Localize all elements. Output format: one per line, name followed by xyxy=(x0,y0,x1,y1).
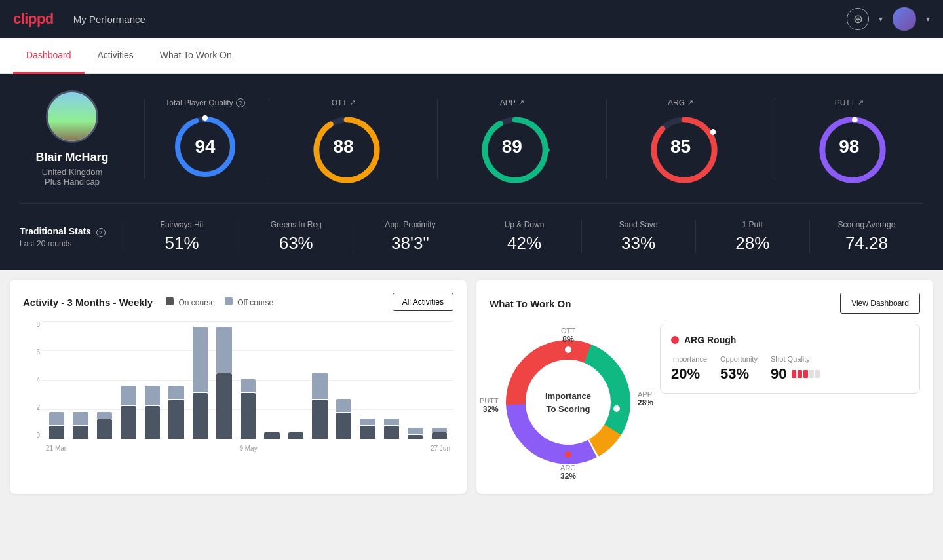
chart-body: 8 6 4 2 0 21 Mar 9 May 27 Jun xyxy=(23,321,453,452)
on-course-bar xyxy=(432,432,447,439)
app-label-outer: APP 28% xyxy=(638,390,653,407)
header-title: My Performance xyxy=(73,14,145,25)
off-course-bar xyxy=(384,419,399,425)
total-quality-value: 94 xyxy=(195,136,215,157)
on-course-bar xyxy=(49,426,64,439)
svg-point-13 xyxy=(852,117,858,122)
stats-label-block: Traditional Stats ? Last 20 rounds xyxy=(20,226,125,248)
traditional-stats: Traditional Stats ? Last 20 rounds Fairw… xyxy=(20,220,923,253)
on-course-bar xyxy=(241,393,256,439)
off-course-bar xyxy=(145,386,160,405)
stat-greens: Greens In Reg 63% xyxy=(239,220,353,253)
off-course-bar xyxy=(241,379,256,392)
all-activities-button[interactable]: All Activities xyxy=(393,293,453,311)
on-course-bar xyxy=(145,406,160,439)
on-course-bar xyxy=(312,400,327,439)
x-label-jun: 27 Jun xyxy=(431,445,450,452)
stat-scoring: Scoring Average 74.28 xyxy=(809,220,923,253)
arg-gauge: 85 xyxy=(648,114,714,179)
off-course-bar xyxy=(408,428,423,434)
stat-updown: Up & Down 42% xyxy=(467,220,581,253)
svg-point-2 xyxy=(202,115,208,121)
detail-importance: Importance 20% xyxy=(671,355,707,383)
quality-bars xyxy=(792,370,820,378)
activity-panel-header: Activity - 3 Months - Weekly On course O… xyxy=(23,293,453,311)
total-quality-gauge: 94 xyxy=(172,114,238,179)
app-value: 89 xyxy=(502,136,522,157)
legend-on-course: On course xyxy=(166,297,215,307)
qbar-2 xyxy=(798,370,802,378)
off-course-bar xyxy=(49,412,64,425)
stats-title: Traditional Stats ? xyxy=(20,226,125,237)
off-course-bar xyxy=(121,386,136,405)
bar-group-9 xyxy=(261,321,282,439)
wtwo-panel-header: What To Work On View Dashboard xyxy=(490,293,920,314)
bar-group-14 xyxy=(381,321,402,439)
off-course-bar xyxy=(360,419,375,425)
off-course-bar xyxy=(312,373,327,399)
metric-arg: ARG ↗ 85 xyxy=(606,98,755,179)
bar-group-3 xyxy=(117,321,139,439)
qbar-5 xyxy=(815,370,820,378)
donut-center: Importance To Scoring xyxy=(545,390,591,415)
grid-line-0 xyxy=(43,439,453,439)
wtwo-title: What To Work On xyxy=(490,298,571,309)
bar-group-2 xyxy=(94,321,115,439)
off-course-bar xyxy=(216,327,231,373)
bar-group-16 xyxy=(429,321,450,439)
total-quality-help[interactable]: ? xyxy=(236,98,245,107)
detail-quality: Shot Quality 90 xyxy=(771,355,820,383)
bar-group-4 xyxy=(142,321,163,439)
tab-dashboard[interactable]: Dashboard xyxy=(13,38,85,74)
svg-point-21 xyxy=(565,451,571,458)
player-country: United Kingdom xyxy=(42,167,103,177)
add-button[interactable]: ⊕ xyxy=(847,8,869,30)
arg-label-outer: ARG 32% xyxy=(560,464,576,481)
x-label-may: 9 May xyxy=(239,445,257,452)
on-course-bar xyxy=(264,432,279,439)
plus-icon: ⊕ xyxy=(853,12,863,26)
off-course-bar xyxy=(73,412,88,425)
stat-1putt: 1 Putt 28% xyxy=(695,220,809,253)
detail-dot xyxy=(671,336,679,344)
quality-row: 90 xyxy=(771,365,820,383)
putt-label: PUTT xyxy=(835,98,855,107)
header-right: ⊕ ▾ ▾ xyxy=(847,7,930,31)
on-course-bar xyxy=(168,400,183,439)
detail-card: ARG Rough Importance 20% Opportunity 53%… xyxy=(660,324,920,394)
arg-label: ARG xyxy=(668,98,685,107)
ott-label: OTT xyxy=(332,98,347,107)
on-course-bar xyxy=(216,373,231,439)
on-course-bar xyxy=(97,419,112,439)
stats-help[interactable]: ? xyxy=(96,228,106,237)
avatar[interactable] xyxy=(893,7,916,31)
tab-what-to-work-on[interactable]: What To Work On xyxy=(147,38,245,74)
off-course-bar xyxy=(193,327,208,392)
on-course-bar xyxy=(288,432,303,439)
avatar-chevron: ▾ xyxy=(926,14,930,24)
activity-title: Activity - 3 Months - Weekly xyxy=(23,297,153,308)
detail-opportunity: Opportunity 53% xyxy=(720,355,758,383)
legend-off-course: Off course xyxy=(225,297,273,307)
bar-group-12 xyxy=(333,321,355,439)
bar-group-6 xyxy=(189,321,211,439)
y-axis: 8 6 4 2 0 xyxy=(23,321,43,439)
on-course-bar xyxy=(408,435,423,439)
stat-fairways: Fairways Hit 51% xyxy=(125,220,239,253)
off-course-bar xyxy=(168,386,183,399)
app-trend: ↗ xyxy=(518,98,524,107)
wtwo-content: Importance To Scoring OTT 8% APP 28% ARG… xyxy=(490,324,920,481)
tab-activities[interactable]: Activities xyxy=(85,38,147,74)
x-axis-labels: 21 Mar 9 May 27 Jun xyxy=(43,445,453,452)
bar-group-7 xyxy=(213,321,235,439)
view-dashboard-button[interactable]: View Dashboard xyxy=(840,293,920,314)
on-course-bar xyxy=(193,393,208,439)
hero-section: Blair McHarg United Kingdom Plus Handica… xyxy=(0,74,943,270)
off-course-bar xyxy=(432,428,447,432)
ott-gauge: 88 xyxy=(311,114,376,179)
player-handicap: Plus Handicap xyxy=(45,177,100,187)
qbar-1 xyxy=(792,370,796,378)
on-course-bar xyxy=(73,426,88,439)
player-avatar xyxy=(46,90,98,143)
header: clippd My Performance ⊕ ▾ ▾ xyxy=(0,0,943,38)
